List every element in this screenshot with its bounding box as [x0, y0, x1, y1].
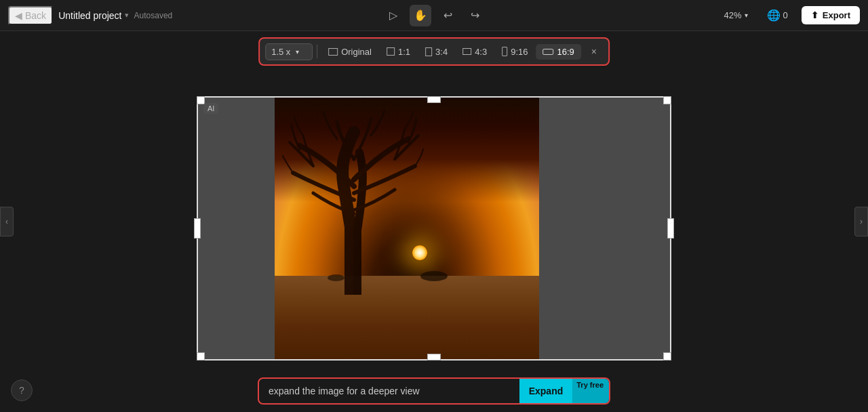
ratio-1-1-label: 1:1: [398, 47, 410, 57]
zoom-selector[interactable]: 42% ▾: [719, 7, 753, 23]
portrait-icon: [425, 47, 432, 56]
crop-handle-bottom-left[interactable]: [197, 352, 205, 360]
try-free-label: Try free: [572, 379, 609, 403]
topbar-center: ▷ ✋ ↩ ↪: [382, 5, 486, 26]
chevron-down-icon: ▾: [125, 11, 129, 20]
crop-handle-mid-left[interactable]: [194, 218, 201, 239]
crop-handle-bottom-mid[interactable]: [427, 354, 441, 360]
ratio-1-1-button[interactable]: 1:1: [380, 44, 417, 60]
chevron-right-icon: ›: [860, 217, 863, 226]
close-crop-button[interactable]: ×: [585, 43, 603, 60]
ai-badge: AI: [203, 103, 218, 114]
ratio-9-16-label: 9:16: [511, 47, 528, 57]
ratio-3-4-label: 3:4: [435, 47, 448, 57]
credits-count: 0: [783, 10, 788, 20]
left-panel-toggle[interactable]: ‹: [0, 207, 14, 236]
scale-value: 1.5 x: [271, 47, 290, 57]
tree-image-background: [275, 96, 539, 360]
redo-icon: ↪: [471, 9, 479, 22]
topbar-right: 42% ▾ 🌐 0 ⬆ Export: [719, 6, 860, 24]
crop-handle-bottom-right[interactable]: [663, 352, 671, 360]
expand-input[interactable]: [259, 379, 519, 403]
undo-icon: ↩: [443, 9, 452, 22]
ratio-16-9-button[interactable]: 16:9: [536, 44, 581, 60]
export-icon: ⬆: [811, 10, 818, 20]
expand-label: Expand: [519, 379, 573, 403]
scale-selector[interactable]: 1.5 x ▾: [265, 43, 313, 60]
crop-icon: ✋: [414, 9, 427, 22]
zoom-level: 42%: [724, 10, 742, 20]
ratio-9-16-button[interactable]: 9:16: [495, 44, 534, 60]
canvas-area: ‹: [0, 31, 868, 412]
credits-button[interactable]: 🌐 0: [762, 6, 793, 24]
back-arrow-icon: ◀: [15, 10, 22, 21]
landscape-icon: [462, 48, 471, 55]
right-panel-toggle[interactable]: ›: [854, 207, 868, 236]
expand-button[interactable]: Expand Try free: [519, 379, 609, 403]
topbar: ◀ Back Untitled project ▾ Autosaved ▷ ✋ …: [0, 0, 868, 31]
chevron-down-icon: ▾: [745, 12, 748, 19]
help-button[interactable]: ?: [11, 379, 33, 401]
redo-button[interactable]: ↪: [464, 5, 486, 26]
tree-svg: [279, 105, 429, 295]
cursor-icon: ▷: [389, 9, 397, 22]
export-button[interactable]: ⬆ Export: [802, 6, 860, 24]
portrait-tall-icon: [502, 47, 507, 56]
chevron-left-icon: ‹: [5, 217, 8, 226]
expanded-area-right: [539, 96, 671, 360]
globe-icon: 🌐: [767, 9, 781, 22]
crop-tool-button[interactable]: ✋: [410, 5, 431, 26]
crop-handle-mid-right[interactable]: [667, 218, 674, 239]
square-icon: [387, 47, 395, 56]
ratio-original-button[interactable]: Original: [321, 44, 378, 60]
ratio-3-4-button[interactable]: 3:4: [418, 44, 454, 60]
crop-toolbar: 1.5 x ▾ Original 1:1 3:4 4:3 9:16 16:9 ×: [258, 37, 610, 66]
ratio-4-3-label: 4:3: [475, 47, 487, 57]
ratio-4-3-button[interactable]: 4:3: [456, 44, 494, 60]
crop-handle-top-mid[interactable]: [427, 96, 441, 103]
undo-button[interactable]: ↩: [437, 5, 458, 26]
topbar-left: ◀ Back Untitled project ▾ Autosaved: [8, 6, 719, 25]
export-label: Export: [823, 10, 850, 20]
back-button[interactable]: ◀ Back: [8, 6, 53, 25]
expand-bar: Expand Try free: [258, 377, 610, 405]
project-name[interactable]: Untitled project ▾: [58, 10, 128, 21]
select-tool-button[interactable]: ▷: [382, 5, 404, 26]
main-image: [275, 96, 539, 360]
project-name-text: Untitled project: [58, 10, 121, 21]
autosaved-label: Autosaved: [134, 11, 173, 20]
crop-handle-top-right[interactable]: [663, 96, 671, 104]
help-icon: ?: [19, 385, 24, 396]
back-label: Back: [25, 10, 46, 21]
widescreen-icon: [543, 49, 554, 55]
expanded-area-left: [197, 96, 275, 360]
close-icon: ×: [591, 46, 597, 57]
rect-icon: [328, 48, 338, 56]
ratio-16-9-label: 16:9: [557, 47, 574, 57]
ratio-original-label: Original: [341, 47, 372, 57]
toolbar-divider: [317, 45, 317, 58]
image-container: AI Expand Try free: [197, 96, 671, 367]
chevron-down-icon: ▾: [296, 48, 299, 56]
